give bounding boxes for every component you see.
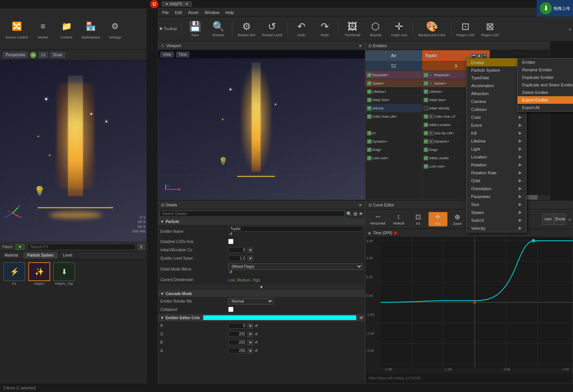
ctx-event[interactable]: Event ▶ — [467, 121, 526, 129]
ctx-size[interactable]: Size ▶ — [467, 200, 526, 208]
asset-item-fx[interactable]: ⚡ FX — [3, 262, 26, 286]
sidebar-item-sourcecontrol[interactable]: 🔀 Source Control — [2, 17, 31, 41]
asset-item-holyfx[interactable]: ✨ HolyFx — [28, 262, 51, 286]
curve-tool-horizontal[interactable]: ↔ Horizontal — [367, 212, 389, 226]
topair-del-btn[interactable]: ✕ — [482, 54, 487, 58]
check-drag-air[interactable]: ✓ — [367, 148, 372, 152]
ctx-velocity[interactable]: Velocity ▶ — [467, 224, 526, 232]
ctx-lifetime[interactable]: Lifetime ▶ — [467, 137, 526, 145]
color-b-input[interactable] — [228, 340, 247, 345]
check-spawn-topair[interactable]: ✓ — [424, 81, 428, 86]
ctx-rotation-rate[interactable]: Rotation Rate ▶ — [467, 169, 526, 177]
detail-mode-select[interactable]: (Mixed Flags) — [228, 263, 363, 270]
check-dynamic-air[interactable]: ✓ — [367, 139, 372, 144]
menu-file[interactable]: File — [159, 9, 172, 15]
check-drag-topair[interactable]: ✓ — [424, 148, 428, 152]
ctx-location[interactable]: Location ▶ — [467, 153, 526, 161]
curve-expand-btn[interactable]: » — [568, 216, 571, 222]
submenu-rename[interactable]: Rename Emitter — [518, 66, 573, 74]
check-initvel-topair[interactable] — [424, 106, 428, 111]
toolbar-regen2-btn[interactable]: ⊠ Regen LOD — [478, 18, 502, 40]
sidebar-item-marketplace[interactable]: 🏪 Marketplace — [78, 17, 103, 41]
submenu-duplicate[interactable]: Duplicate Emitter — [518, 74, 573, 81]
toolbar-bounds-btn[interactable]: ⬡ Bounds — [364, 18, 387, 40]
cascade-tab-close[interactable]: ✕ — [185, 2, 188, 6]
toolbar-regen1-btn[interactable]: ⊡ Regen LOD — [453, 18, 478, 40]
ctx-kill[interactable]: Kill ▶ — [467, 129, 526, 137]
check2-colorlife-topair[interactable]: ▸ — [429, 114, 433, 119]
curve-tool-vertical[interactable]: ↕ Vertical — [389, 212, 408, 226]
curve-tool-zoom[interactable]: ⊕ Zoom — [448, 212, 467, 226]
color-reset[interactable]: ↺ — [359, 316, 363, 320]
asset-filter-btn[interactable]: ☰ — [138, 244, 145, 250]
check-required-air[interactable]: ✓ — [367, 73, 372, 77]
color-a-reset[interactable]: ↺ — [255, 349, 258, 353]
check-lockaxis-air[interactable]: ✓ — [367, 156, 372, 160]
color-section-header[interactable]: ▼ Emitter Editor Colo ↺ — [158, 314, 365, 322]
expand-details-btn[interactable]: ▼ — [158, 284, 365, 291]
details-search-input[interactable] — [160, 211, 345, 217]
lit-icon[interactable]: ● — [30, 52, 36, 58]
color-g-input[interactable] — [228, 331, 247, 337]
submenu-emitter[interactable]: Emitter — [518, 58, 573, 66]
curve-tool-pan[interactable]: ✛ Pan — [429, 212, 447, 226]
topair-lock-btn[interactable]: 🔒 — [477, 54, 481, 58]
check-lockaxis-topair[interactable]: ✓ — [424, 164, 428, 169]
toolbar-origin-btn[interactable]: ✛ Origin Axis — [388, 18, 410, 40]
disabled-lods-checkbox[interactable] — [228, 239, 234, 244]
ctx-rotation[interactable]: Rotation ▶ — [467, 161, 526, 169]
asset-item-holyfx-top[interactable]: ⬇ HolyFx_Top — [53, 262, 75, 286]
view-btn[interactable]: View — [160, 52, 174, 57]
particle-section-header[interactable]: ▼ Particle — [158, 218, 365, 225]
cascade-section-header[interactable]: ▼ Cascade Mode — [158, 291, 365, 297]
check-lifetime-air[interactable]: ✓ — [367, 89, 372, 94]
time-btn[interactable]: Time — [176, 52, 190, 57]
toolbar-restart-sim-btn[interactable]: ⚙ Restart Sim — [235, 18, 258, 40]
check-lifetime-topair[interactable]: ✓ — [424, 89, 428, 94]
check-required-topair[interactable]: ✓ — [424, 73, 428, 77]
render-mode-select[interactable]: Normal — [228, 298, 273, 304]
toolbar-redo-btn[interactable]: ↷ Redo — [313, 18, 336, 40]
check-sizelife-topair[interactable]: ✓ — [424, 131, 428, 135]
check-initloc2-topair[interactable]: ✓ — [424, 156, 428, 160]
lit-btn[interactable]: Lit — [38, 52, 48, 58]
submenu-duplicate-share[interactable]: Duplicate and Share Emitter — [518, 81, 573, 89]
check2-dynamic-topair[interactable]: ▸ — [429, 139, 433, 144]
check-colorlife-topair[interactable]: ✓ — [424, 114, 428, 119]
details-close[interactable]: ✕ — [359, 203, 362, 207]
menu-window[interactable]: Window — [201, 9, 222, 15]
color-r-input[interactable] — [228, 323, 247, 329]
cascade-tab[interactable]: ✦ HolyFX ✕ — [161, 1, 192, 7]
asset-search-input[interactable] — [28, 244, 135, 250]
details-eye-icon[interactable]: 👁 — [359, 211, 363, 217]
curve-user-btn[interactable]: user — [542, 214, 554, 225]
toolbar-thumbnail-btn[interactable]: 🖼 Thumbnail — [341, 18, 364, 40]
color-b-reset[interactable]: ↺ — [255, 340, 258, 344]
toolbar-undo-btn[interactable]: ↶ Undo — [290, 18, 313, 40]
color-a-spin[interactable]: ▼ — [248, 348, 253, 354]
sidebar-item-modes[interactable]: ≡ Modes — [32, 17, 54, 41]
curve-tool-fit[interactable]: ⊡ Fit — [409, 212, 428, 226]
ctx-parameter[interactable]: Parameter ▶ — [467, 192, 526, 200]
check-spawn-air[interactable]: ✓ — [367, 81, 372, 86]
emitter-name-reset[interactable]: ↺ — [229, 232, 232, 236]
ctx-color[interactable]: Color ▶ — [467, 113, 526, 121]
toolbar-expand-btn[interactable]: » — [568, 26, 571, 32]
check-initloc-topair[interactable]: ✓ — [424, 123, 428, 127]
color-g-spin[interactable]: ▼ — [248, 332, 253, 337]
init-alloc-input[interactable] — [228, 247, 247, 253]
check-initsize-air[interactable]: ✓ — [367, 98, 372, 102]
toolbar-restart-level-btn[interactable]: ↺ Restart Level — [259, 18, 285, 40]
check2-required-topair[interactable]: ▸ — [429, 73, 433, 77]
color-a-input[interactable] — [228, 348, 247, 354]
submenu-export[interactable]: Export Emitter — [518, 96, 573, 104]
viewport-close[interactable]: ✕ — [359, 44, 362, 48]
sidebar-item-settings[interactable]: ⚙ Settings — [104, 17, 126, 41]
color-r-spin[interactable]: ▼ — [248, 323, 253, 329]
menu-edit[interactable]: Edit — [172, 9, 185, 15]
search-icon[interactable]: 🔍 — [346, 211, 352, 217]
emitter-name-input[interactable] — [228, 226, 363, 232]
init-alloc-spin[interactable]: ▼ — [248, 247, 253, 253]
toolbar-save-btn[interactable]: 💾 Save — [184, 18, 206, 40]
check2-spawn-topair[interactable]: ▸ — [429, 81, 433, 86]
